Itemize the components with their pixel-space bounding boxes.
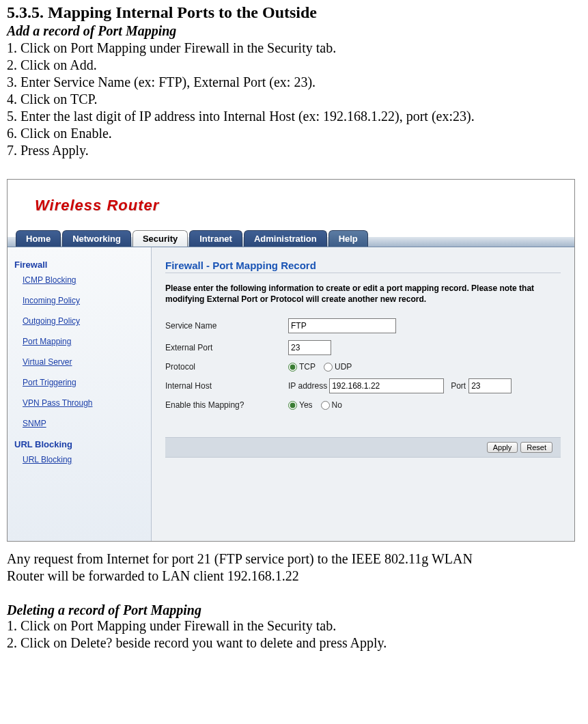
label-port-suffix: Port (451, 381, 466, 391)
step-1: 1. Click on Port Mapping under Firewall … (7, 40, 580, 56)
post-line-2: Router will be forwarded to LAN client 1… (7, 568, 580, 584)
sidebar-link-url-blocking[interactable]: URL Blocking (23, 455, 144, 464)
sidebar-link-incoming-policy[interactable]: Incoming Policy (23, 296, 144, 305)
step-3: 3. Enter Service Name (ex: FTP), Externa… (7, 74, 580, 90)
label-ip-prefix: IP address (288, 381, 327, 391)
step-7: 7. Press Apply. (7, 143, 580, 158)
radio-tcp[interactable] (288, 363, 297, 372)
radio-enable-no[interactable] (321, 401, 330, 410)
input-service-name[interactable] (288, 318, 396, 333)
step-5: 5. Enter the last digit of IP address in… (7, 109, 580, 124)
step-4: 4. Click on TCP. (7, 92, 580, 107)
add-record-subtitle: Add a record of Port Mapping (7, 23, 580, 39)
del-step-2: 2. Click on Delete? beside record you wa… (7, 635, 580, 651)
reset-button[interactable]: Reset (520, 442, 552, 453)
sidebar-heading-url-blocking: URL Blocking (14, 439, 144, 449)
content-pane: Firewall - Port Mapping Record Please en… (152, 247, 574, 541)
radio-enable-yes[interactable] (288, 401, 297, 410)
sidebar-link-outgoing-policy[interactable]: Outgoing Policy (23, 316, 144, 326)
label-enable-mapping: Enable this Mapping? (165, 400, 288, 410)
row-external-port: External Port (165, 340, 561, 355)
page-title: Firewall - Port Mapping Record (165, 260, 561, 271)
input-internal-port[interactable] (468, 378, 512, 393)
tab-intranet[interactable]: Intranet (189, 230, 242, 247)
sidebar: Firewall ICMP Blocking Incoming Policy O… (8, 247, 152, 541)
input-external-port[interactable] (288, 340, 331, 355)
logo-area: Wireless Router (8, 180, 574, 225)
row-service-name: Service Name (165, 318, 561, 333)
sidebar-link-port-mapping[interactable]: Port Mapping (23, 337, 144, 346)
radio-udp[interactable] (324, 363, 333, 372)
button-bar: Apply Reset (165, 437, 561, 458)
tab-administration[interactable]: Administration (244, 230, 327, 247)
main-tab-bar: Home Networking Security Intranet Admini… (8, 225, 574, 247)
step-2: 2. Click on Add. (7, 57, 580, 73)
row-internal-host: Internal Host IP address Port (165, 378, 561, 393)
radio-udp-label: UDP (335, 362, 352, 372)
sidebar-link-vpn-pass-through[interactable]: VPN Pass Through (23, 398, 144, 408)
sidebar-link-snmp[interactable]: SNMP (23, 419, 144, 428)
delete-record-subtitle: Deleting a record of Port Mapping (7, 602, 580, 618)
section-heading: 5.3.5. Mapping Internal Ports to the Out… (7, 3, 580, 22)
sidebar-link-icmp-blocking[interactable]: ICMP Blocking (23, 275, 144, 285)
radio-tcp-label: TCP (299, 362, 316, 372)
post-screenshot-text: Any request from Internet for port 21 (F… (7, 551, 580, 651)
title-divider (165, 273, 561, 273)
sidebar-link-port-triggering[interactable]: Port Triggering (23, 378, 144, 387)
row-protocol: Protocol TCP UDP (165, 362, 561, 372)
row-enable-mapping: Enable this Mapping? Yes No (165, 400, 561, 410)
del-step-1: 1. Click on Port Mapping under Firewall … (7, 618, 580, 634)
apply-button[interactable]: Apply (487, 442, 518, 453)
tab-home[interactable]: Home (16, 230, 61, 247)
label-internal-host: Internal Host (165, 381, 288, 391)
tab-help[interactable]: Help (328, 230, 368, 247)
add-steps-list: 1. Click on Port Mapping under Firewall … (7, 40, 580, 158)
logo-text: Wireless Router (35, 197, 159, 214)
tab-networking[interactable]: Networking (62, 230, 131, 247)
input-internal-ip[interactable] (329, 378, 444, 393)
radio-no-label: No (332, 400, 342, 410)
step-6: 6. Click on Enable. (7, 126, 580, 141)
router-admin-screenshot: Wireless Router Home Networking Security… (7, 179, 575, 542)
radio-yes-label: Yes (299, 400, 313, 410)
post-line-1: Any request from Internet for port 21 (F… (7, 551, 580, 567)
label-protocol: Protocol (165, 362, 288, 372)
sidebar-heading-firewall: Firewall (14, 260, 144, 270)
label-external-port: External Port (165, 343, 288, 352)
intro-text: Please enter the following information t… (165, 283, 561, 305)
sidebar-link-virtual-server[interactable]: Virtual Server (23, 357, 144, 367)
label-service-name: Service Name (165, 321, 288, 331)
tab-security[interactable]: Security (132, 230, 188, 247)
